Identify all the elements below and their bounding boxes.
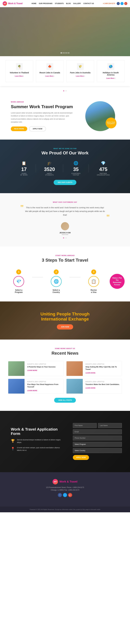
news-date-2: AUGUST 9, 2016 / LIFESTYLE [85, 363, 120, 365]
card-dot-1[interactable] [63, 90, 64, 91]
logo[interactable]: WT Work & Travel [3, 1, 22, 6]
card-dot-2[interactable] [65, 90, 65, 91]
app-feature-1: 🏆 Sed do eiusmod tempor incididunt ut la… [11, 438, 65, 444]
steps-title: 3 Steps To Start Travel [5, 258, 125, 263]
program-card-australia: 🌾 Farm Jobs in Australia Learn More [66, 60, 94, 82]
southamerica-title: Holidays in South America [99, 72, 123, 76]
quote-open: " [20, 206, 24, 210]
last-name-field[interactable] [98, 423, 122, 428]
hero-dot-5[interactable] [68, 52, 69, 54]
southamerica-learn-more[interactable]: Learn More [106, 78, 115, 79]
news-image-2 [66, 361, 83, 376]
nav-contact[interactable]: CONTACT US [83, 2, 94, 4]
news-image-1 [8, 361, 24, 376]
hero-dot-2[interactable] [63, 52, 64, 54]
hero-dot-3[interactable] [65, 52, 65, 54]
googleplus-icon[interactable]: g [124, 2, 127, 5]
hero-dot-1[interactable] [61, 52, 62, 54]
testimonial-dot-2[interactable] [65, 238, 65, 238]
step-3: 3 📋 Recivea Visa [80, 270, 107, 293]
application-left: Work & Travel Application Form 🏆 Sed do … [0, 419, 70, 464]
email-field[interactable] [73, 429, 122, 434]
nav-home[interactable]: HOME [32, 2, 36, 4]
countries-label: COUNTRIESVISITED [71, 173, 80, 176]
nav-gallery[interactable]: GALLERY [73, 2, 81, 4]
logo-text: Work & Travel [8, 2, 22, 5]
thailand-title: Volunteer in Thailand [7, 72, 31, 74]
step-2-number: 2 [54, 270, 59, 274]
news-learn-3[interactable]: LEARN MORE [27, 390, 37, 392]
thailand-icon: 🌴 [16, 63, 23, 70]
testimonial-dots [5, 238, 125, 238]
join-now-button[interactable]: JOIN NOW [57, 324, 73, 330]
countries-icon: 🌐 [71, 161, 80, 166]
partners-number: 475 [97, 166, 110, 172]
countries-number: 35 [71, 166, 80, 172]
news-learn-4[interactable]: LEARN MORE [85, 387, 95, 389]
partners-icon: 💎 [97, 161, 110, 166]
hero-dots [61, 52, 69, 54]
steps-section: START WORK ABROAD 3 Steps To Start Trave… [0, 246, 130, 302]
step-2-icon: 🌐 [51, 276, 62, 287]
application-form: Select Program Select Country APPLY NOW [70, 419, 130, 464]
steps-tag: START WORK ABROAD [5, 255, 125, 256]
feature-2-text: Ut enim ad minim veniam, quis nostrud ex… [17, 446, 65, 452]
footer-copyright: Powered © 2021 All Rights Reserved. Exce… [0, 506, 130, 512]
partners-label: PARTNERORGANIZATIONS [97, 173, 110, 176]
hero-dot-4[interactable] [66, 52, 67, 54]
feature-1-text: Sed do eiusmod tempor incididunt ut labo… [17, 438, 65, 444]
news-date-1: AUGUST 9, 2016 / LIFESTYLE [27, 363, 56, 365]
thailand-learn-more[interactable]: Learn More [15, 75, 24, 77]
step-3-number: 3 [91, 270, 96, 274]
view-all-button[interactable]: VIEW ALL POSTS [54, 398, 76, 403]
news-learn-1[interactable]: LEARN MORE [27, 370, 37, 371]
uniting-normal: Uniting [41, 312, 57, 316]
testimonial-stars: ★★★★★ [5, 234, 125, 236]
news-learn-2[interactable]: LEARN MORE [85, 372, 95, 374]
card-dot-3[interactable] [66, 90, 67, 91]
nav-programs[interactable]: OUR PROGRAMS [39, 2, 53, 4]
summer-section: WORK ABROAD Summer Work Travel Program L… [0, 93, 130, 140]
see-clients-button[interactable]: SEE OUR CLIENTS [54, 180, 76, 185]
apply-now-button-summer[interactable]: APPLY NOW [29, 126, 46, 132]
program-select[interactable]: Select Program [73, 442, 122, 447]
testimonial-section: WHAT OUR CUSTOMERS SAY " This is the mos… [0, 193, 130, 246]
footer-googleplus-icon[interactable]: g+ [68, 493, 72, 497]
application-section: Work & Travel Application Form 🏆 Sed do … [0, 411, 130, 472]
footer-logo-text: Work & Travel [59, 480, 77, 483]
facebook-icon[interactable]: f [117, 2, 120, 5]
apply-submit-button[interactable]: APPLY NOW [73, 455, 89, 460]
summer-tag: WORK ABROAD [11, 101, 73, 103]
footer-logo-icon: WT [53, 479, 58, 484]
quote-close: " [106, 215, 110, 220]
stat-years: 📋 17 YEARSOF WORK [20, 161, 28, 176]
step-1-number: 1 [16, 270, 21, 274]
read-more-button[interactable]: READ MORE [11, 126, 27, 131]
years-number: 17 [20, 166, 28, 172]
nav-blog[interactable]: BLOG [66, 2, 71, 4]
name-row [73, 423, 122, 428]
quote-text: This is the most fun work in the world a… [25, 206, 105, 217]
nav-students[interactable]: STUDENTS [55, 2, 64, 4]
summer-image-container: Work & Travel Everywhere! [81, 101, 119, 131]
footer-facebook-icon[interactable]: f [58, 493, 62, 497]
stats-row: 📋 17 YEARSOF WORK 🎓 3520 HAPPYSTUDENTS 🌐… [5, 161, 125, 176]
testimonial-dot-1[interactable] [63, 238, 64, 238]
step-connector-2 [69, 277, 80, 278]
testimonial-name: JESSICA KIM [5, 232, 125, 234]
phone-field[interactable] [73, 436, 122, 440]
footer-address: 123 Possenderstreet Street, Phone: +1800… [5, 486, 125, 488]
step-3-icon: 📋 [88, 276, 99, 287]
footer-twitter-icon[interactable]: t [63, 493, 67, 497]
students-label: HAPPYSTUDENTS [44, 173, 55, 176]
footer: WT Work & Travel 123 Possenderstreet Str… [0, 472, 130, 506]
app-feature-2: 📍 Ut enim ad minim veniam, quis nostrud … [11, 446, 65, 452]
australia-learn-more[interactable]: Learn More [76, 75, 85, 77]
canada-learn-more[interactable]: Learn More [45, 75, 54, 77]
first-name-field[interactable] [73, 423, 97, 428]
australia-icon: 🌾 [77, 63, 84, 70]
country-select[interactable]: Select Country [73, 448, 122, 453]
twitter-icon[interactable]: t [121, 2, 124, 5]
program-card-southamerica: 🌎 Holidays in South America Learn More [97, 60, 125, 82]
testimonial-dot-3[interactable] [66, 238, 67, 238]
